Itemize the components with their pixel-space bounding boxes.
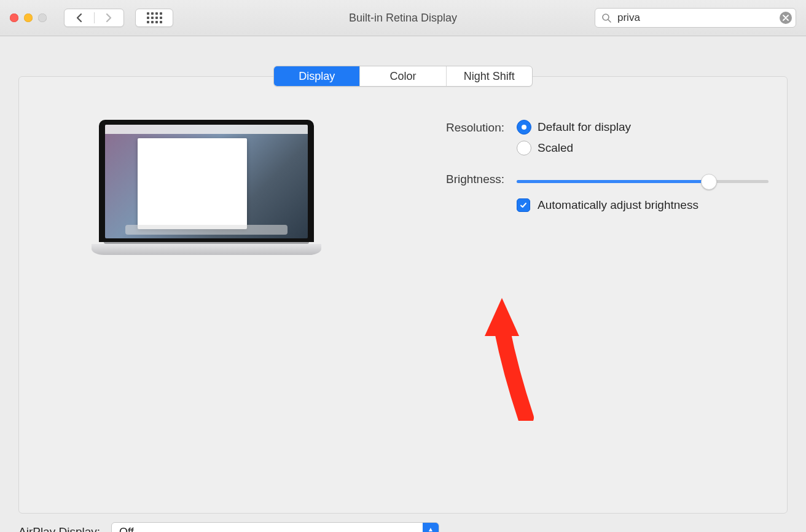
auto-brightness-label: Automatically adjust brightness [538, 198, 698, 212]
forward-button[interactable] [95, 13, 124, 23]
radio-selected-icon [517, 120, 531, 135]
check-icon [520, 201, 527, 209]
panel-footer: AirPlay Display: Off ▲▼ Show mirroring o… [18, 522, 788, 532]
resolution-scaled-label: Scaled [538, 141, 573, 155]
radio-unselected-icon [517, 141, 531, 155]
x-icon [783, 15, 789, 21]
brightness-label: Brightness: [400, 171, 504, 186]
show-all-button[interactable] [135, 9, 173, 27]
tab-color[interactable]: Color [359, 66, 445, 86]
zoom-window-button [38, 14, 47, 22]
clear-search-button[interactable] [780, 12, 792, 24]
annotation-arrow-icon [480, 298, 547, 421]
close-window-button[interactable] [10, 14, 18, 22]
resolution-default-label: Default for display [538, 120, 631, 134]
grid-icon [147, 12, 162, 23]
chevron-left-icon [76, 13, 83, 23]
tab-night-shift[interactable]: Night Shift [446, 66, 532, 86]
airplay-label: AirPlay Display: [18, 525, 100, 532]
laptop-graphic [99, 120, 314, 255]
display-preview [99, 120, 314, 255]
toolbar-nav-group [64, 9, 173, 27]
back-button[interactable] [65, 13, 94, 23]
resolution-default-radio[interactable]: Default for display [517, 120, 769, 135]
airplay-value: Off [119, 526, 134, 533]
tab-bar: Display Color Night Shift [273, 66, 533, 87]
airplay-display-select[interactable]: Off ▲▼ [111, 522, 439, 532]
window-body: Display Color Night Shift [0, 36, 806, 532]
slider-thumb[interactable] [701, 174, 717, 190]
chevron-right-icon [105, 13, 112, 23]
search-field[interactable] [595, 8, 796, 28]
checkbox-checked-icon [517, 198, 530, 212]
resolution-label: Resolution: [400, 120, 504, 135]
auto-brightness-checkbox[interactable]: Automatically adjust brightness [517, 198, 769, 212]
svg-line-1 [608, 20, 611, 22]
select-stepper-icon: ▲▼ [423, 523, 439, 532]
search-input[interactable] [616, 11, 775, 25]
minimize-window-button[interactable] [24, 14, 33, 22]
window-controls [10, 14, 47, 22]
tab-display[interactable]: Display [274, 66, 359, 86]
nav-back-forward [64, 9, 124, 27]
resolution-scaled-radio[interactable]: Scaled [517, 141, 769, 155]
window-toolbar: Built-in Retina Display [0, 0, 806, 36]
settings-panel: Resolution: Default for display Scaled [18, 76, 788, 514]
search-icon [601, 13, 611, 23]
display-settings: Resolution: Default for display Scaled [400, 120, 769, 255]
brightness-slider[interactable] [517, 174, 769, 189]
